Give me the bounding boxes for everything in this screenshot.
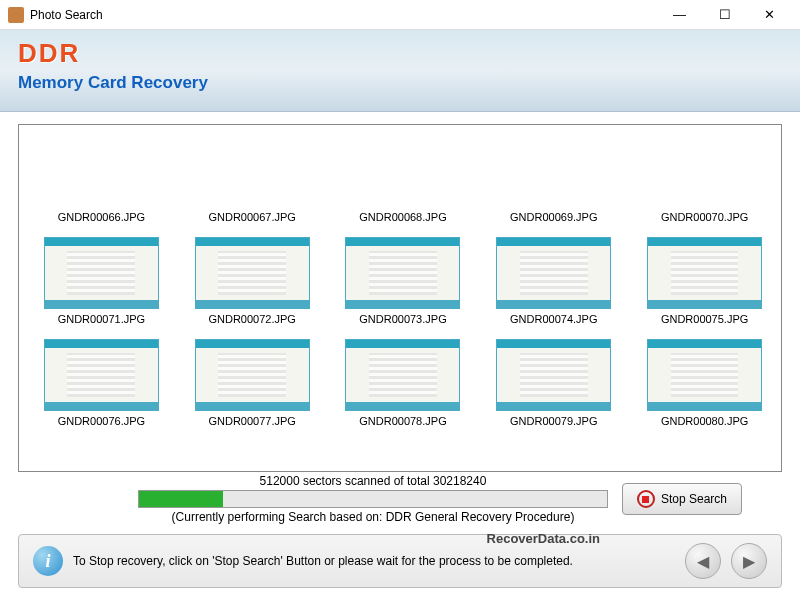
progress-row: 512000 sectors scanned of total 30218240… [18,474,782,524]
thumbnail-label: GNDR00069.JPG [510,211,597,223]
thumbnail-item[interactable]: GNDR00073.JPG [331,237,476,333]
thumbnail-item[interactable]: GNDR00069.JPG [481,135,626,231]
thumbnail-image [345,135,460,207]
titlebar: Photo Search — ☐ ✕ [0,0,800,30]
thumbnail-image [195,135,310,207]
prev-button[interactable]: ◀ [685,543,721,579]
thumbnail-item[interactable]: GNDR00071.JPG [29,237,174,333]
thumbnail-image [647,135,762,207]
stop-search-button[interactable]: Stop Search [622,483,742,515]
thumbnail-label: GNDR00075.JPG [661,313,748,325]
header-banner: DDR Memory Card Recovery [0,30,800,112]
thumbnail-grid-frame: GNDR00066.JPGGNDR00067.JPGGNDR00068.JPGG… [18,124,782,472]
thumbnail-image [44,339,159,411]
progress-bar [138,490,608,508]
window-title: Photo Search [30,8,657,22]
stop-button-label: Stop Search [661,492,727,506]
info-icon: i [33,546,63,576]
thumbnail-item[interactable]: GNDR00070.JPG [632,135,777,231]
thumbnail-item[interactable]: GNDR00079.JPG [481,339,626,435]
thumbnail-label: GNDR00070.JPG [661,211,748,223]
thumbnail-image [647,237,762,309]
thumbnail-label: GNDR00079.JPG [510,415,597,427]
thumbnail-image [195,237,310,309]
next-button[interactable]: ▶ [731,543,767,579]
close-button[interactable]: ✕ [747,1,792,29]
thumbnail-label: GNDR00071.JPG [58,313,145,325]
thumbnail-label: GNDR00078.JPG [359,415,446,427]
thumbnail-item[interactable]: GNDR00066.JPG [29,135,174,231]
maximize-button[interactable]: ☐ [702,1,747,29]
thumbnail-item[interactable]: GNDR00078.JPG [331,339,476,435]
footer-bar: i To Stop recovery, click on 'Stop Searc… [18,534,782,588]
thumbnail-scroll[interactable]: GNDR00066.JPGGNDR00067.JPGGNDR00068.JPGG… [29,135,777,461]
footer-text: To Stop recovery, click on 'Stop Search'… [73,554,675,568]
thumbnail-label: GNDR00080.JPG [661,415,748,427]
thumbnail-label: GNDR00076.JPG [58,415,145,427]
watermark: RecoverData.co.in [487,531,600,546]
progress-text: 512000 sectors scanned of total 30218240 [260,474,487,488]
thumbnail-label: GNDR00066.JPG [58,211,145,223]
progress-fill [139,491,223,507]
app-icon [8,7,24,23]
thumbnail-image [496,339,611,411]
thumbnail-label: GNDR00072.JPG [208,313,295,325]
thumbnail-image [44,135,159,207]
thumbnail-label: GNDR00073.JPG [359,313,446,325]
thumbnail-image [44,237,159,309]
thumbnail-item[interactable]: GNDR00076.JPG [29,339,174,435]
thumbnail-image [345,339,460,411]
thumbnail-item[interactable]: GNDR00072.JPG [180,237,325,333]
thumbnail-label: GNDR00067.JPG [208,211,295,223]
thumbnail-image [647,339,762,411]
stop-icon [637,490,655,508]
progress-subtext: (Currently performing Search based on: D… [172,510,575,524]
thumbnail-image [496,135,611,207]
thumbnail-label: GNDR00077.JPG [208,415,295,427]
logo-text: DDR [18,38,782,69]
thumbnail-label: GNDR00074.JPG [510,313,597,325]
thumbnail-label: GNDR00068.JPG [359,211,446,223]
thumbnail-image [345,237,460,309]
thumbnail-item[interactable]: GNDR00067.JPG [180,135,325,231]
main-area: GNDR00066.JPGGNDR00067.JPGGNDR00068.JPGG… [0,112,800,524]
thumbnail-item[interactable]: GNDR00077.JPG [180,339,325,435]
minimize-button[interactable]: — [657,1,702,29]
thumbnail-item[interactable]: GNDR00075.JPG [632,237,777,333]
thumbnail-item[interactable]: GNDR00080.JPG [632,339,777,435]
thumbnail-item[interactable]: GNDR00074.JPG [481,237,626,333]
thumbnail-item[interactable]: GNDR00068.JPG [331,135,476,231]
thumbnail-image [195,339,310,411]
header-subtitle: Memory Card Recovery [18,73,782,93]
thumbnail-image [496,237,611,309]
